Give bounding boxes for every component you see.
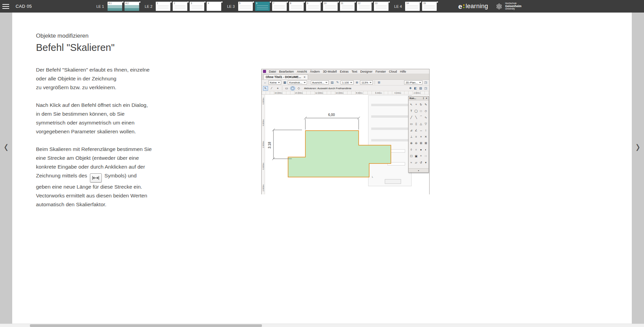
palette-tool-icon[interactable]: ◊	[409, 147, 414, 152]
slide-nav-item[interactable]: 2	[172, 1, 189, 12]
back-icon[interactable]	[263, 81, 267, 84]
slide-nav-item[interactable]: 4	[206, 1, 223, 12]
viewports-icon[interactable]	[377, 81, 381, 84]
close-icon[interactable]	[425, 97, 428, 100]
palette-tool-icon[interactable]: ⊿	[409, 128, 414, 132]
palette-tool-icon[interactable]: ⊞	[419, 141, 423, 145]
palette-tool-icon[interactable]: ⊕	[409, 141, 414, 145]
pen-icon[interactable]	[335, 81, 340, 84]
next-slide-button[interactable]: ›	[633, 136, 643, 156]
palette-tool-icon[interactable]: ◯	[414, 109, 418, 113]
vw-menu-item[interactable]: Fenster	[374, 70, 387, 73]
menu-icon[interactable]	[0, 0, 12, 13]
palette-tool-icon[interactable]: ↖	[409, 102, 414, 107]
freehand-select-tool-icon[interactable]	[290, 86, 295, 91]
vw-menu-item[interactable]: Ansicht	[296, 70, 309, 73]
palette-tool-icon[interactable]: ▣	[414, 154, 418, 158]
palette-tool-icon[interactable]: △	[419, 121, 423, 126]
vw-menu-item[interactable]: Hilfe	[398, 70, 408, 73]
vw-document-tab[interactable]: Ohne Titel1 - DOKUME...	[263, 74, 308, 79]
vw-menu-item[interactable]: Text	[350, 70, 359, 73]
slide-nav-item[interactable]: 8	[289, 1, 305, 12]
selection-tool-icon[interactable]	[263, 86, 268, 91]
slide-nav-item[interactable]: 14	[405, 1, 421, 12]
palette-tool-icon[interactable]: ▱	[414, 160, 418, 165]
polygon-tool-icon[interactable]	[296, 86, 301, 91]
fill-icon[interactable]	[413, 86, 418, 90]
snap-tool-icon[interactable]	[275, 86, 280, 91]
page-setup-icon[interactable]	[330, 81, 334, 84]
university-logo[interactable]: Hochschule Geisenheim University	[495, 2, 522, 11]
vw-menu-item[interactable]: Designer	[359, 70, 374, 73]
attributes-icon[interactable]	[408, 86, 413, 90]
palette-tool-icon[interactable]: ∿	[423, 115, 428, 119]
slide-nav-item[interactable]: A 2	[124, 1, 140, 12]
align-dropdown[interactable]: Ausricht...	[311, 80, 329, 84]
layer-options-icon[interactable]	[282, 81, 287, 84]
horizontal-scrollbar[interactable]	[0, 324, 644, 327]
view-mode-dropdown[interactable]: 2D-Plan...	[404, 80, 422, 84]
slide-nav-item[interactable]: 12	[357, 1, 373, 12]
zoom-icon[interactable]	[355, 81, 359, 84]
elearning-logo[interactable]: e learning	[458, 2, 488, 11]
close-tab-icon[interactable]	[303, 76, 306, 79]
slide-nav-item[interactable]: 13	[374, 1, 390, 12]
render-mode-icon[interactable]	[423, 81, 428, 84]
rectangle-tool-icon[interactable]	[284, 86, 289, 91]
palette-tool-icon[interactable]: ○	[414, 147, 418, 152]
vw-menu-item[interactable]: Datei	[267, 70, 278, 73]
palette-tool-icon[interactable]: ⌒	[419, 115, 423, 119]
vw-menu-item[interactable]: Cloud	[387, 70, 399, 73]
palette-tool-icon[interactable]: ∷	[423, 154, 428, 158]
vw-menu-item[interactable]: 3D-Modell	[321, 70, 338, 73]
class-dropdown[interactable]: Konstruk...	[288, 80, 307, 84]
vw-menu-item[interactable]: Ändern	[308, 70, 321, 73]
palette-tool-icon[interactable]: ▾	[423, 160, 428, 165]
palette-tool-icon[interactable]: ≈	[409, 160, 414, 165]
palette-tool-icon[interactable]: ⊠	[423, 141, 428, 145]
palette-tool-icon[interactable]: ✕	[423, 134, 428, 139]
palette-tool-icon[interactable]: ✎	[423, 102, 428, 107]
slide-nav-item[interactable]: 6	[255, 1, 271, 12]
vw-menu-item[interactable]: Extras	[338, 70, 350, 73]
line-tool-icon[interactable]	[269, 86, 274, 91]
palette-titlebar[interactable]: Kon...	[409, 96, 429, 100]
palette-expander[interactable]: ▾	[409, 168, 429, 172]
slide-nav-item[interactable]: 7	[272, 1, 288, 12]
slide-nav-item[interactable]: 11	[340, 1, 356, 12]
drawing-area[interactable]: 6.000m4.000m2.000m0.000m2.000m L	[262, 95, 429, 194]
palette-tool-icon[interactable]: ⊥	[409, 134, 414, 139]
slide-nav-item[interactable]: 5	[238, 1, 254, 12]
palette-tool-icon[interactable]: ◐	[423, 147, 428, 152]
view-cube-icon[interactable]	[423, 86, 428, 90]
layer-dropdown[interactable]: Keine	[268, 80, 281, 84]
slide-nav-item[interactable]: 1	[155, 1, 172, 12]
palette-tool-icon[interactable]: ↕	[423, 128, 428, 132]
palette-tool-icon[interactable]: □	[419, 109, 423, 113]
scaled-object-polygon[interactable]	[288, 131, 391, 177]
palette-tool-icon[interactable]: ▭	[409, 121, 414, 126]
palette-tool-icon[interactable]: ▽	[423, 121, 428, 126]
slide-nav-item[interactable]: 3	[189, 1, 206, 12]
pin-icon[interactable]	[422, 97, 424, 100]
palette-tool-icon[interactable]: ×	[419, 134, 423, 139]
palette-tool-icon[interactable]: ≡	[414, 134, 418, 139]
palette-tool-icon[interactable]: ╱	[409, 115, 414, 119]
palette-tool-icon[interactable]: ☐	[409, 154, 414, 158]
palette-tool-icon[interactable]: ↺	[419, 160, 423, 165]
palette-tool-icon[interactable]: ↔	[419, 128, 423, 132]
hatch-icon[interactable]	[418, 86, 423, 90]
slide-nav-item[interactable]: A 1	[107, 1, 124, 12]
palette-tool-icon[interactable]: ╲	[414, 115, 418, 119]
palette-tool-icon[interactable]: ↻	[419, 102, 423, 107]
palette-tool-icon[interactable]: ●	[419, 147, 423, 152]
previous-slide-button[interactable]: ‹	[1, 136, 11, 156]
palette-tool-icon[interactable]: ⌖	[419, 154, 423, 158]
vw-menu-item[interactable]: Bearbeiten	[278, 70, 296, 73]
zoom-level-dropdown[interactable]: 113%	[360, 80, 373, 84]
palette-tool-icon[interactable]: T	[409, 109, 414, 113]
palette-tool-icon[interactable]: ⊖	[414, 141, 418, 145]
slide-nav-item[interactable]: 15	[422, 1, 438, 12]
palette-tool-icon[interactable]: ▯	[414, 121, 418, 126]
slide-nav-item[interactable]: 10	[323, 1, 339, 12]
